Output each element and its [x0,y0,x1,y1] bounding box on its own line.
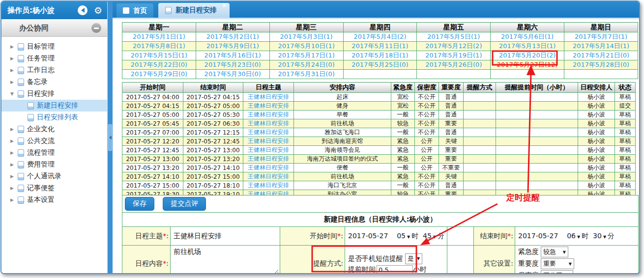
sidebar-subitem[interactable]: 新建日程安排 [1,100,107,111]
calendar-date-cell[interactable]: 2017年5月28日(0) [564,60,638,70]
calendar-date-cell[interactable]: 2017年5月14日(1) [564,42,638,51]
tab-new-schedule[interactable]: 新建日程安排 × [158,3,230,18]
calendar-date-cell[interactable]: 2017年5月24日(0) [269,60,343,70]
calendar-date-cell[interactable]: 2017年5月5日(1) [417,32,491,42]
sidebar-item[interactable]: ▶ 记事便签 [1,182,107,194]
calendar-date-cell[interactable]: 2017年5月25日(0) [343,60,417,70]
schedule-subject-link[interactable]: 王健林日程安排 [243,93,294,102]
back-arrow-icon[interactable] [78,5,88,15]
calendar-date-cell[interactable]: 2017年5月13日(1) [491,42,564,51]
schedule-cell: 杨小波 [578,111,615,119]
chevron-right-icon[interactable]: ▶ [10,174,18,179]
sidebar-item[interactable]: ▶ 备忘录 [1,76,107,88]
schedule-cell: 公开 [415,155,439,164]
schedule-subject-link[interactable]: 王健林日程安排 [243,146,294,155]
schedule-subject-link[interactable]: 王健林日程安排 [243,128,294,137]
schedule-cell: 2017-05-27 04:00 [122,93,183,102]
calendar-date-cell[interactable]: 2017年5月22日(0) [122,60,196,70]
calendar-date-cell[interactable]: 2017年5月3日(1) [269,32,343,42]
schedule-subject-link[interactable]: 王健林日程安排 [243,111,294,119]
gear-icon[interactable]: ⚙ [94,4,102,17]
schedule-subject-link[interactable]: 王健林日程安排 [243,137,294,146]
calendar-date-cell[interactable]: 2017年5月20日(2) [491,51,564,60]
calendar-date-cell[interactable]: 2017年5月30日(0) [196,70,269,79]
collapse-minus-icon[interactable] [91,23,101,33]
importance-select[interactable]: 重要▼ [541,258,574,269]
tab-home[interactable]: 首页 [117,3,153,18]
chevron-right-icon[interactable]: ▶ [10,186,18,191]
start-date-input[interactable]: 2017-05-27 [348,232,388,240]
chevron-right-icon[interactable]: ▶ [10,162,18,167]
calendar-date-cell[interactable]: 2017年5月29日(0) [122,70,196,79]
sidebar-item[interactable]: ▶ 费用管理 [1,159,107,170]
schedule-cell: 公开 [415,146,439,155]
chevron-right-icon[interactable]: ▶ [10,139,18,143]
schedule-subject-link[interactable]: 王健林日程安排 [243,155,294,164]
calendar-date-cell[interactable]: 2017年5月2日(1) [196,32,269,42]
chevron-right-icon[interactable]: ▶ [10,80,18,84]
start-minute-select[interactable]: 45▼ [423,232,438,240]
calendar-date-cell[interactable]: 2017年5月11日(1) [343,42,417,51]
calendar-date-cell[interactable]: 2017年5月1日(1) [122,32,196,42]
tab-close-icon[interactable]: × [222,2,227,8]
sidebar-item[interactable]: ▶ 基本设置 [1,194,107,206]
calendar-date-cell[interactable]: 2017年5月19日(1) [417,51,491,60]
chevron-right-icon[interactable]: ▶ [10,197,18,202]
sidebar-item[interactable]: ▶ 个人通讯录 [1,170,107,182]
schedule-cell: 2017-05-27 12:45 [183,137,243,146]
sidebar-item[interactable]: ▶ 目标管理 [1,41,107,53]
privacy-select[interactable]: 不公开▼ [541,270,573,273]
sidebar-item[interactable]: ▶ 公共交流 [1,135,107,147]
schedule-subject-link[interactable]: 王健林日程安排 [243,164,294,172]
chevron-right-icon[interactable]: ▶ [10,150,18,155]
calendar-date-cell[interactable]: 2017年5月6日(1) [491,32,564,42]
calendar-date-cell[interactable]: 2017年5月10日(1) [269,42,343,51]
subject-input[interactable]: 王健林日程安排 [171,227,280,246]
submit-review-button[interactable]: 提交点评 [163,197,206,211]
section-office-collaboration[interactable]: 办公协同 [1,19,107,37]
calendar-date-cell[interactable]: 2017年5月27日(12) [491,60,564,70]
content-textarea[interactable]: 前往机场 [171,246,280,274]
calendar-week-row: 2017年5月1日(1)2017年5月2日(1)2017年5月3日(1)2017… [122,32,638,42]
sms-remind-select[interactable]: 是▼ [405,253,422,264]
sidebar-item[interactable]: ▶ 企业文化 [1,123,107,135]
start-hour-select[interactable]: 05▼ [397,232,411,240]
calendar-date-cell[interactable]: 2017年5月16日(1) [196,51,269,60]
calendar-date-cell[interactable]: 2017年5月17日(1) [269,51,343,60]
schedule-subject-link[interactable]: 王健林日程安排 [243,181,294,190]
sidebar-item[interactable]: ▶ 工作日志 [1,64,107,76]
save-button[interactable]: 保存 [125,197,154,211]
calendar-date-cell[interactable]: 2017年5月15日(1) [122,51,196,60]
chevron-right-icon[interactable]: ▶ [10,56,18,61]
schedule-cell: 2017-05-27 05:00 [122,111,183,119]
sidebar-item[interactable]: ▶ 任务管理 [1,53,107,64]
splitter-collapse-handle[interactable] [108,124,112,151]
schedule-cell: 2017-05-27 14:10 [183,164,243,172]
calendar-date-cell[interactable]: 2017年5月12日(2) [417,42,491,51]
advance-time-input[interactable]: 0.5 [377,265,413,274]
calendar-date-cell[interactable]: 2017年5月21日(0) [564,51,638,60]
calendar-date-cell[interactable]: 2017年5月9日(1) [196,42,269,51]
chevron-right-icon[interactable]: ▶ [10,68,18,73]
calendar-date-cell[interactable]: 2017年5月18日(1) [343,51,417,60]
schedule-subject-link[interactable]: 王健林日程安排 [243,172,294,181]
sidebar-subitem[interactable]: 日程安排列表 [1,111,107,123]
calendar-date-cell[interactable]: 2017年5月23日(0) [196,60,269,70]
sidebar-item[interactable]: ▶ 流程管理 [1,147,107,159]
end-minute-select[interactable]: 30▼ [593,232,608,240]
urgency-select[interactable]: 较急▼ [541,247,568,257]
end-hour-select[interactable]: 06▼ [567,232,582,240]
sidebar-splitter[interactable] [108,1,113,273]
calendar-date-cell[interactable]: 2017年5月4日(2) [343,32,417,42]
schedule-subject-link[interactable]: 王健林日程安排 [243,102,294,111]
calendar-date-cell[interactable]: 2017年5月8日(1) [122,42,196,51]
calendar-date-cell[interactable]: 2017年5月7日(1) [564,32,638,42]
chevron-right-icon[interactable]: ▶ [10,44,18,49]
calendar-date-cell[interactable]: 2017年5月31日(0) [269,70,343,79]
sidebar-item[interactable]: ▼ 日程安排 [1,88,107,100]
calendar-date-cell[interactable]: 2017年5月26日(0) [417,60,491,70]
end-date-input[interactable]: 2017-05-27 [518,232,558,240]
chevron-down-icon[interactable]: ▼ [10,91,18,96]
schedule-subject-link[interactable]: 王健林日程安排 [243,119,294,128]
chevron-right-icon[interactable]: ▶ [10,127,18,132]
